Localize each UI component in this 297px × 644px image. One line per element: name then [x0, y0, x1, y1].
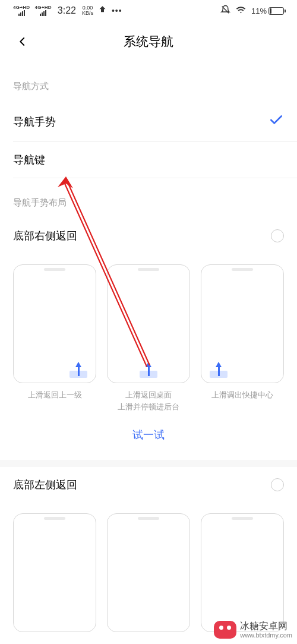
option-gesture-label: 导航手势 — [13, 115, 56, 129]
watermark-logo-icon — [214, 621, 236, 639]
hotspot-icon — [98, 5, 107, 16]
section-gesture-layout: 导航手势布局 — [0, 178, 297, 218]
signal-2: 4G+HD — [34, 5, 51, 16]
phone-illustration-row: 上滑返回上一级 上滑返回桌面 上滑并停顿进后台 上滑调出快捷中心 — [0, 254, 297, 412]
section-nav-mode: 导航方式 — [0, 62, 297, 102]
status-bar: 4G+HD 4G+HD 3:22 0.00 KB/s ••• 11% — [0, 0, 297, 21]
wifi-icon — [236, 5, 246, 17]
back-button[interactable] — [12, 31, 33, 52]
layout-bottom-left[interactable]: 底部左侧返回 — [0, 467, 297, 503]
layout-bottom-right[interactable]: 底部右侧返回 — [0, 218, 297, 254]
option-gesture[interactable]: 导航手势 — [0, 102, 297, 141]
bell-icon — [220, 5, 230, 17]
option-keys-label: 导航键 — [13, 153, 45, 167]
battery-indicator: 11% — [251, 7, 284, 15]
phone-mock-1: 上滑返回上一级 — [13, 264, 96, 412]
net-speed: 0.00 KB/s — [82, 5, 93, 16]
watermark: 冰糖安卓网 www.btxtdmy.com — [214, 621, 292, 639]
status-time: 3:22 — [58, 5, 76, 16]
layout-bottom-left-label: 底部左侧返回 — [13, 478, 77, 492]
phone-mock-3: 上滑调出快捷中心 — [201, 264, 284, 412]
layout-bottom-right-label: 底部右侧返回 — [13, 229, 77, 243]
title-bar: 系统导航 — [0, 21, 297, 62]
divider — [0, 460, 297, 467]
radio-icon — [271, 478, 284, 491]
more-icon: ••• — [112, 6, 122, 15]
radio-icon — [271, 229, 284, 242]
option-keys[interactable]: 导航键 — [0, 142, 297, 178]
page-title: 系统导航 — [124, 33, 173, 50]
phone-illustration-row-2 — [0, 503, 297, 632]
check-icon — [268, 112, 284, 131]
signal-1: 4G+HD — [13, 5, 30, 16]
phone-mock-2: 上滑返回桌面 上滑并停顿进后台 — [107, 264, 190, 412]
try-button[interactable]: 试一试 — [0, 412, 297, 460]
